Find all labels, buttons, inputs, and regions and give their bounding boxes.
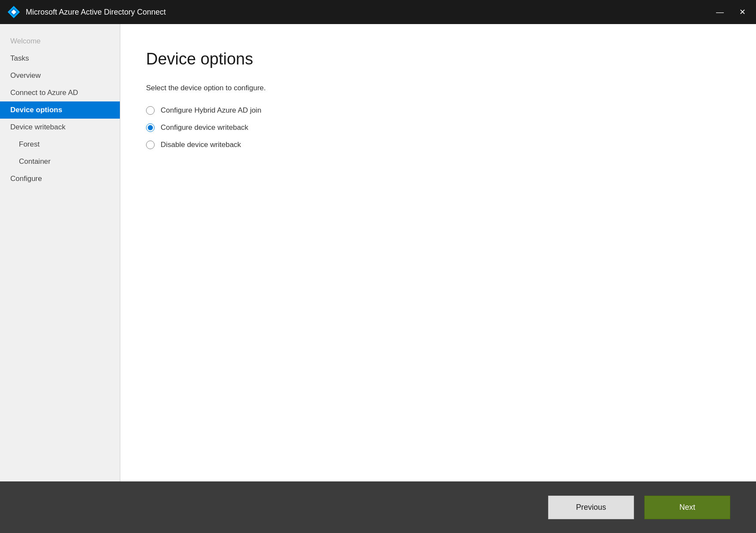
radio-label-hybrid-join: Configure Hybrid Azure AD join xyxy=(161,106,261,115)
sidebar-item-tasks[interactable]: Tasks xyxy=(0,50,120,67)
window-controls: — ✕ xyxy=(713,6,749,18)
sidebar-item-device-writeback[interactable]: Device writeback xyxy=(0,119,120,136)
radio-disable-writeback[interactable] xyxy=(146,141,155,149)
sidebar-item-container[interactable]: Container xyxy=(0,153,120,170)
device-options-radio-group: Configure Hybrid Azure AD join Configure… xyxy=(146,106,730,149)
footer: Previous Next xyxy=(0,481,756,533)
content-area: Welcome Tasks Overview Connect to Azure … xyxy=(0,24,756,481)
sidebar-item-overview[interactable]: Overview xyxy=(0,67,120,84)
titlebar: Microsoft Azure Active Directory Connect… xyxy=(0,0,756,24)
previous-button[interactable]: Previous xyxy=(548,496,634,519)
app-title: Microsoft Azure Active Directory Connect xyxy=(26,8,713,17)
minimize-button[interactable]: — xyxy=(713,6,727,18)
next-button[interactable]: Next xyxy=(644,496,730,519)
radio-label-disable-writeback: Disable device writeback xyxy=(161,141,241,149)
sidebar-item-device-options[interactable]: Device options xyxy=(0,101,120,119)
sidebar: Welcome Tasks Overview Connect to Azure … xyxy=(0,24,120,481)
app-icon xyxy=(7,5,21,19)
radio-device-writeback[interactable] xyxy=(146,123,155,132)
sidebar-item-connect-azure-ad[interactable]: Connect to Azure AD xyxy=(0,84,120,101)
radio-label-device-writeback: Configure device writeback xyxy=(161,123,248,132)
page-title: Device options xyxy=(146,50,730,68)
radio-item-device-writeback[interactable]: Configure device writeback xyxy=(146,123,730,132)
main-window: Welcome Tasks Overview Connect to Azure … xyxy=(0,24,756,533)
page-subtitle: Select the device option to configure. xyxy=(146,84,730,92)
radio-item-disable-writeback[interactable]: Disable device writeback xyxy=(146,141,730,149)
sidebar-item-welcome[interactable]: Welcome xyxy=(0,33,120,50)
close-button[interactable]: ✕ xyxy=(736,6,749,18)
sidebar-item-forest[interactable]: Forest xyxy=(0,136,120,153)
radio-item-hybrid-join[interactable]: Configure Hybrid Azure AD join xyxy=(146,106,730,115)
main-panel: Device options Select the device option … xyxy=(120,24,756,481)
radio-hybrid-join[interactable] xyxy=(146,106,155,115)
sidebar-item-configure[interactable]: Configure xyxy=(0,170,120,187)
